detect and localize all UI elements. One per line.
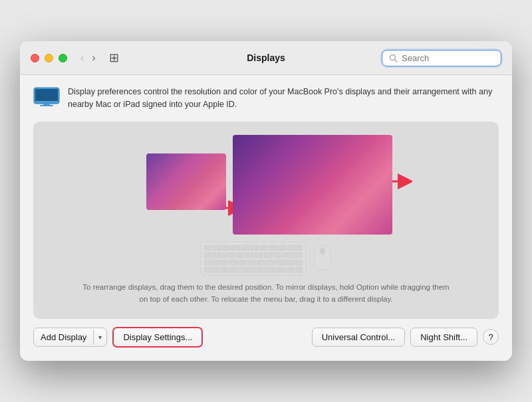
forward-button[interactable]: › — [89, 51, 98, 64]
display-settings-button[interactable]: Display Settings... — [112, 327, 203, 348]
info-description: Display preferences control the resoluti… — [68, 86, 499, 111]
svg-rect-33 — [257, 260, 265, 265]
svg-rect-15 — [260, 245, 268, 251]
keyboard-area — [200, 241, 332, 276]
night-shift-button[interactable]: Night Shift... — [410, 328, 477, 347]
svg-line-1 — [395, 59, 398, 62]
toolbar: Add Display ▾ Display Settings... Univer… — [33, 327, 499, 348]
keyboard-icon — [200, 241, 307, 276]
svg-rect-29 — [220, 260, 228, 265]
window-title: Displays — [247, 52, 285, 63]
svg-rect-19 — [204, 252, 216, 258]
add-display-label: Add Display — [34, 328, 93, 346]
svg-rect-36 — [204, 267, 219, 272]
svg-rect-9 — [204, 245, 212, 251]
nav-buttons: ‹ › — [78, 51, 98, 64]
svg-rect-35 — [276, 260, 303, 265]
svg-rect-41 — [296, 267, 303, 272]
svg-rect-17 — [279, 245, 287, 251]
search-icon — [389, 54, 398, 62]
svg-rect-37 — [220, 267, 228, 272]
main-window: ‹ › ⊞ Displays Display preferences contr… — [20, 41, 512, 360]
svg-rect-28 — [204, 260, 219, 265]
svg-rect-20 — [217, 252, 225, 258]
help-button[interactable]: ? — [483, 329, 499, 345]
traffic-lights — [31, 54, 67, 62]
svg-rect-34 — [267, 260, 275, 265]
display-large[interactable] — [233, 135, 392, 235]
svg-rect-40 — [287, 267, 295, 272]
svg-rect-5 — [40, 105, 53, 106]
display-small[interactable] — [146, 153, 226, 210]
maximize-button[interactable] — [59, 54, 67, 62]
svg-rect-22 — [236, 252, 244, 258]
svg-rect-13 — [241, 245, 249, 251]
svg-rect-27 — [283, 252, 303, 258]
svg-rect-44 — [320, 248, 325, 254]
svg-rect-10 — [213, 245, 221, 251]
svg-rect-21 — [227, 252, 235, 258]
svg-rect-3 — [35, 89, 58, 101]
svg-rect-32 — [248, 260, 256, 265]
svg-rect-31 — [239, 260, 247, 265]
svg-rect-38 — [229, 267, 276, 272]
svg-rect-12 — [232, 245, 240, 251]
content-area: Display preferences control the resoluti… — [20, 75, 512, 360]
svg-rect-25 — [264, 252, 272, 258]
info-row: Display preferences control the resoluti… — [33, 86, 499, 111]
grid-icon[interactable]: ⊞ — [106, 49, 122, 66]
svg-rect-39 — [277, 267, 285, 272]
display-arrangement-panel: To rearrange displays, drag them to the … — [33, 122, 499, 319]
svg-rect-26 — [273, 252, 281, 258]
titlebar: ‹ › ⊞ Displays — [20, 41, 512, 75]
display-small-screen — [146, 153, 226, 210]
svg-rect-16 — [269, 245, 277, 251]
add-display-button[interactable]: Add Display ▾ — [33, 328, 107, 347]
back-button[interactable]: ‹ — [78, 51, 86, 64]
svg-rect-11 — [223, 245, 231, 251]
displays-container — [126, 135, 406, 235]
display-icon — [33, 87, 60, 107]
svg-rect-23 — [245, 252, 253, 258]
display-large-screen — [233, 135, 392, 235]
search-input[interactable] — [402, 53, 494, 63]
svg-rect-14 — [251, 245, 259, 251]
add-display-chevron-icon[interactable]: ▾ — [93, 330, 106, 345]
svg-rect-30 — [229, 260, 237, 265]
svg-rect-18 — [288, 245, 303, 251]
close-button[interactable] — [31, 54, 39, 62]
mouse-icon — [313, 244, 332, 273]
instruction-text: To rearrange displays, drag them to the … — [80, 281, 452, 306]
minimize-button[interactable] — [45, 54, 53, 62]
search-box[interactable] — [382, 50, 501, 66]
svg-rect-24 — [255, 252, 263, 258]
universal-control-button[interactable]: Universal Control... — [312, 328, 406, 347]
